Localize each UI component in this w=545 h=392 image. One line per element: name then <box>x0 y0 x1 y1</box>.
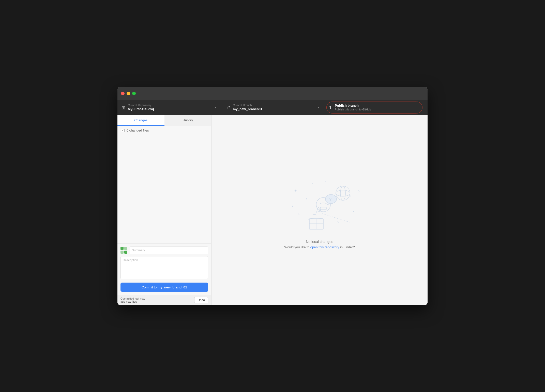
repository-chevron-icon: ▼ <box>214 106 217 109</box>
svg-text:?: ? <box>329 197 332 202</box>
open-repo-text: Would you like to open this repository i… <box>284 245 355 249</box>
tab-changes[interactable]: Changes <box>117 115 164 126</box>
avatar-block-bl <box>120 251 124 254</box>
description-input[interactable] <box>120 256 208 279</box>
committed-message: add new files <box>120 300 145 303</box>
sidebar: Changes History ✓ 0 changed files <box>117 115 211 305</box>
svg-text:✦: ✦ <box>306 198 307 200</box>
avatar-icon <box>120 247 128 254</box>
open-repo-link[interactable]: open this repository <box>310 245 339 249</box>
branch-label: Current Branch <box>233 104 315 107</box>
tab-history[interactable]: History <box>164 115 211 126</box>
select-all-checkbox[interactable]: ✓ <box>121 129 125 132</box>
commit-button[interactable]: Commit to my_new_branch01 <box>120 283 208 292</box>
publish-title: Publish branch <box>335 104 371 108</box>
open-repo-suffix: in Finder? <box>339 245 355 249</box>
open-repo-prefix: Would you like to <box>284 245 310 249</box>
committed-bar: Committed just now add new files Undo <box>117 295 211 305</box>
branch-chevron-icon: ▼ <box>317 106 320 109</box>
svg-text:✦: ✦ <box>294 189 297 193</box>
publish-text: Publish branch Publish this branch to Gi… <box>335 104 371 111</box>
undo-button[interactable]: Undo <box>194 297 208 303</box>
main-panel: ✦ ✦ + + ✦ ✦ × ✦ + ◇ ◇ ◇ <box>211 115 428 305</box>
traffic-lights <box>121 92 136 95</box>
svg-text:✦: ✦ <box>353 210 354 213</box>
branch-name: my_new_branch01 <box>233 107 315 111</box>
summary-input[interactable] <box>130 247 208 254</box>
svg-text:✦: ✦ <box>292 205 294 208</box>
svg-text:×: × <box>325 180 326 182</box>
minimize-button[interactable] <box>127 92 130 95</box>
svg-text:+: + <box>312 183 313 185</box>
current-repository-section[interactable]: ⊞ Current Repository My-First-Git-Proj ▼ <box>117 100 221 115</box>
svg-rect-16 <box>320 207 326 210</box>
avatar-block-br <box>124 251 127 254</box>
no-changes-text: No local changes <box>306 240 333 244</box>
commit-button-branch: my_new_branch01 <box>158 285 187 289</box>
avatar-block-tr <box>124 247 127 250</box>
svg-text:+: + <box>350 195 352 198</box>
app-window: ⊞ Current Repository My-First-Git-Proj ▼… <box>117 87 428 305</box>
repository-text: Current Repository My-First-Git-Proj <box>128 104 211 111</box>
checkbox-check-icon: ✓ <box>122 129 124 132</box>
commit-area: Commit to my_new_branch01 <box>117 243 211 295</box>
svg-text:◇: ◇ <box>298 213 300 215</box>
titlebar <box>117 87 428 100</box>
changed-files-label: 0 changed files <box>127 128 149 132</box>
commit-button-prefix: Commit to <box>142 285 158 289</box>
svg-point-12 <box>336 186 350 200</box>
empty-state-illustration: ✦ ✦ + + ✦ ✦ × ✦ + ◇ ◇ ◇ <box>279 172 360 234</box>
svg-text:◇: ◇ <box>358 190 360 192</box>
svg-point-14 <box>340 186 345 200</box>
branch-icon: ⎇ <box>225 105 230 110</box>
changed-files-row: ✓ 0 changed files <box>117 126 211 135</box>
svg-text:◇: ◇ <box>337 220 339 223</box>
repository-name: My-First-Git-Proj <box>128 107 211 111</box>
publish-subtitle: Publish this branch to GitHub <box>335 108 371 111</box>
svg-line-19 <box>322 214 350 222</box>
committed-info: Committed just now add new files <box>120 297 145 303</box>
publish-section[interactable]: ⬆ Publish branch Publish this branch to … <box>324 100 428 115</box>
svg-text:+: + <box>346 218 347 220</box>
publish-icon: ⬆ <box>328 105 332 110</box>
toolbar: ⊞ Current Repository My-First-Git-Proj ▼… <box>117 100 428 115</box>
svg-point-13 <box>336 190 350 196</box>
summary-row <box>120 247 208 254</box>
committed-timestamp: Committed just now <box>120 297 145 300</box>
close-button[interactable] <box>121 92 125 95</box>
current-branch-section[interactable]: ⎇ Current Branch my_new_branch01 ▼ <box>221 100 324 115</box>
maximize-button[interactable] <box>132 92 136 95</box>
tabs: Changes History <box>117 115 211 126</box>
main-content: Changes History ✓ 0 changed files <box>117 115 428 305</box>
file-list <box>117 135 211 243</box>
repository-icon: ⊞ <box>122 105 125 110</box>
branch-text: Current Branch my_new_branch01 <box>233 104 315 111</box>
empty-state-svg: ✦ ✦ + + ✦ ✦ × ✦ + ◇ ◇ ◇ <box>279 172 360 233</box>
repository-label: Current Repository <box>128 104 211 107</box>
avatar-block-tl <box>120 247 124 250</box>
